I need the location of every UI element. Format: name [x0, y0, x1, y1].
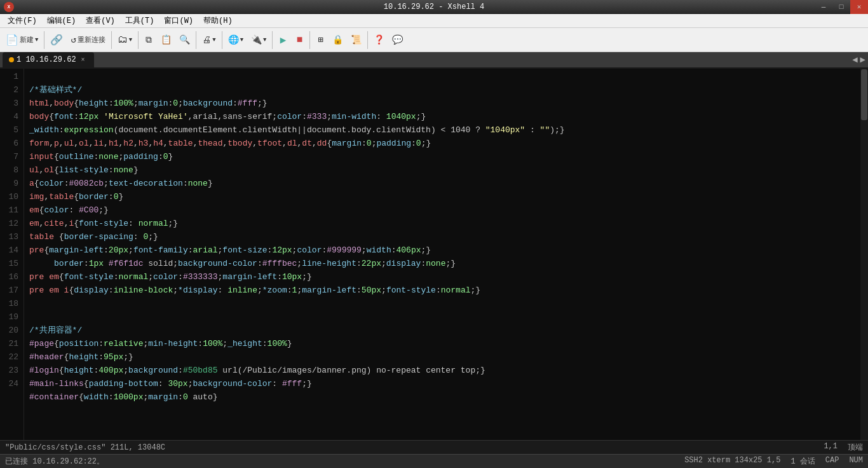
paste-button[interactable]: 📋 — [158, 31, 175, 50]
web-dropdown-icon: ▼ — [240, 37, 243, 43]
separator-6 — [272, 31, 273, 49]
chat-icon: 💬 — [392, 34, 403, 45]
plugin-icon: 🔌 — [251, 34, 262, 45]
close-button[interactable]: ✕ — [850, 0, 868, 14]
web-icon: 🌐 — [228, 34, 239, 45]
separator-8 — [367, 31, 368, 49]
toolbar: 📄 新建 ▼ 🔗 ↺ 重新连接 🗂▼ ⧉ 📋 🔍 🖨▼ 🌐▼ 🔌▼ ▶ ■ ⊞ … — [0, 28, 868, 52]
connection-bar: 已连接 10.16.29.62:22。 SSH2 xterm 134x25 1,… — [0, 454, 868, 468]
menu-window[interactable]: 窗口(W) — [159, 14, 198, 28]
menu-tools[interactable]: 工具(T) — [120, 14, 159, 28]
connection-status: 已连接 10.16.29.62:22。 — [5, 456, 104, 467]
stop-button[interactable]: ■ — [292, 31, 307, 50]
separator-1 — [44, 31, 44, 49]
help-icon: ❓ — [374, 34, 384, 45]
scroll-position: 顶端 — [848, 442, 863, 453]
lock-icon: 🔒 — [332, 34, 343, 45]
app-logo: X — [4, 2, 14, 12]
connbar-right: SSH2 xterm 134x25 1,5 1 会话 CAP NUM — [684, 456, 863, 467]
stop-icon: ■ — [297, 34, 303, 46]
new-button[interactable]: 📄 新建 ▼ — [3, 31, 41, 50]
new-label: 新建 — [20, 35, 34, 45]
minimize-button[interactable]: — — [815, 0, 832, 14]
menu-file[interactable]: 文件(F) — [3, 14, 42, 28]
script-icon: 📜 — [351, 34, 362, 45]
file-info: "Public/css/style.css" 211L, 13048C — [5, 443, 165, 452]
menu-edit[interactable]: 编辑(E) — [42, 14, 81, 28]
chat-button[interactable]: 💬 — [389, 31, 406, 50]
line-numbers: 1 2 3 4 5 6 7 8 9 10 11 12 13 14 15 16 1… — [0, 69, 24, 440]
sessions-count: 1 会话 — [790, 456, 815, 467]
separator-5 — [222, 31, 222, 49]
tabbar-nav: ◀ ▶ — [852, 54, 865, 67]
connect-icon: 🔗 — [50, 34, 63, 46]
new-dropdown-icon: ▼ — [35, 37, 38, 43]
tab-label: 1 10.16.29.62 — [17, 55, 76, 64]
find-button[interactable]: 🔍 — [176, 31, 193, 50]
help-button[interactable]: ❓ — [370, 31, 388, 50]
statusbar: "Public/css/style.css" 211L, 13048C 1,1 … — [0, 440, 868, 454]
copy-button[interactable]: ⧉ — [141, 31, 156, 50]
separator-3 — [138, 31, 139, 49]
cursor-position: 1,1 — [824, 442, 837, 453]
ssh-info: SSH2 xterm 134x25 1,5 — [684, 456, 780, 467]
plugin-dropdown-icon: ▼ — [263, 37, 266, 43]
caps-lock-indicator: CAP — [825, 456, 839, 467]
connect-button[interactable]: 🔗 — [47, 31, 66, 50]
separator-2 — [111, 31, 112, 49]
separator-7 — [309, 31, 310, 49]
folder-button[interactable]: 🗂▼ — [114, 31, 135, 50]
web-button[interactable]: 🌐▼ — [225, 31, 247, 50]
tabbar: 1 10.16.29.62 × ◀ ▶ — [0, 52, 868, 69]
copy-icon: ⧉ — [146, 35, 152, 45]
folder-dropdown-icon: ▼ — [129, 37, 132, 43]
reconnect-icon: ↺ — [71, 34, 76, 45]
separator-4 — [196, 31, 196, 49]
code-content[interactable]: /*基础样式*/ html,body{height:100%;margin:0;… — [24, 69, 860, 440]
lock-button[interactable]: 🔒 — [329, 31, 346, 50]
grid-icon: ⊞ — [318, 34, 323, 45]
num-lock-indicator: NUM — [849, 456, 863, 467]
titlebar: X 10.16.29.62 - Xshell 4 — □ ✕ — [0, 0, 868, 14]
paste-icon: 📋 — [161, 34, 172, 45]
tab-session[interactable]: 1 10.16.29.62 × — [3, 52, 94, 67]
menu-view[interactable]: 查看(V) — [81, 14, 120, 28]
print-dropdown-icon: ▼ — [212, 37, 215, 43]
reconnect-label: 重新连接 — [78, 35, 105, 45]
print-button[interactable]: 🖨▼ — [199, 31, 219, 50]
plugin-button[interactable]: 🔌▼ — [248, 31, 269, 50]
start-button[interactable]: ▶ — [275, 31, 290, 50]
statusbar-right: 1,1 顶端 — [824, 442, 863, 453]
tab-close-button[interactable]: × — [79, 55, 88, 64]
menu-help[interactable]: 帮助(H) — [198, 14, 238, 28]
new-icon: 📄 — [6, 34, 18, 46]
print-icon: 🖨 — [202, 35, 211, 45]
scrollbar-thumb[interactable] — [861, 69, 867, 120]
title-text: 10.16.29.62 - Xshell 4 — [384, 1, 484, 13]
folder-icon: 🗂 — [118, 34, 128, 46]
menubar: 文件(F) 编辑(E) 查看(V) 工具(T) 窗口(W) 帮助(H) — [0, 14, 868, 28]
script-button[interactable]: 📜 — [348, 31, 365, 50]
vertical-scrollbar[interactable] — [860, 69, 868, 440]
tab-indicator — [9, 57, 14, 62]
code-area: 1 2 3 4 5 6 7 8 9 10 11 12 13 14 15 16 1… — [0, 69, 868, 440]
window-controls: — □ ✕ — [815, 0, 868, 14]
tab-nav-right[interactable]: ▶ — [860, 54, 865, 65]
reconnect-button[interactable]: ↺ 重新连接 — [67, 31, 108, 50]
start-icon: ▶ — [280, 34, 287, 46]
tab-nav-left[interactable]: ◀ — [852, 54, 857, 65]
find-icon: 🔍 — [179, 34, 190, 45]
maximize-button[interactable]: □ — [832, 0, 850, 14]
grid-button[interactable]: ⊞ — [313, 31, 328, 50]
